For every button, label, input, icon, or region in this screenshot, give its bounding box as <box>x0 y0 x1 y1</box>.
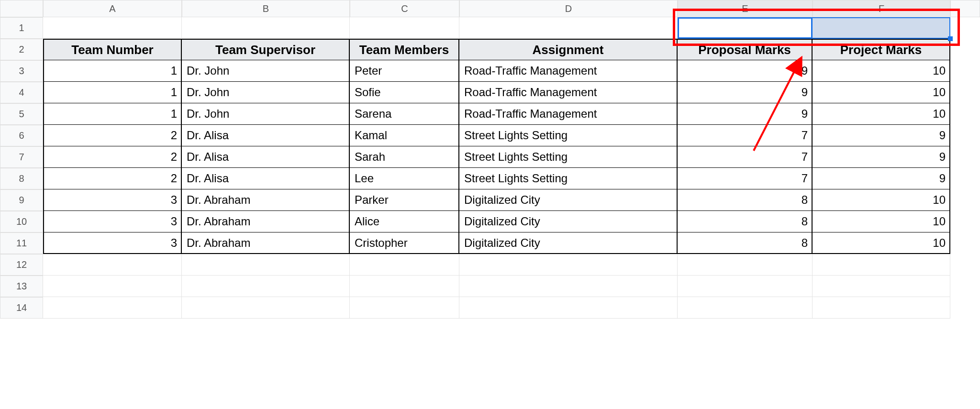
cell-F1[interactable] <box>813 17 950 39</box>
cell-E2[interactable]: Proposal Marks <box>678 39 813 60</box>
cell-A9[interactable]: 3 <box>43 189 182 211</box>
cell-E7[interactable]: 7 <box>678 146 813 168</box>
cell-A11[interactable]: 3 <box>43 232 182 254</box>
column-header-F[interactable]: F <box>813 0 950 17</box>
column-header-B[interactable]: B <box>182 0 350 17</box>
cell-B12[interactable] <box>182 254 350 276</box>
row-header-1[interactable]: 1 <box>0 17 43 39</box>
cell-C10[interactable]: Alice <box>350 211 459 232</box>
cell-B2[interactable]: Team Supervisor <box>182 39 350 60</box>
cell-A14[interactable] <box>43 297 182 319</box>
row-header-3[interactable]: 3 <box>0 60 43 82</box>
row-header-7[interactable]: 7 <box>0 146 43 168</box>
cell-E10[interactable]: 8 <box>678 211 813 232</box>
cell-C5[interactable]: Sarena <box>350 103 459 125</box>
cell-E11[interactable]: 8 <box>678 232 813 254</box>
cell-D9[interactable]: Digitalized City <box>459 189 678 211</box>
cell-C6[interactable]: Kamal <box>350 125 459 146</box>
cell-F7[interactable]: 9 <box>813 146 950 168</box>
cell-D12[interactable] <box>459 254 678 276</box>
cell-F5[interactable]: 10 <box>813 103 950 125</box>
row-header-2[interactable]: 2 <box>0 39 43 60</box>
row-header-5[interactable]: 5 <box>0 103 43 125</box>
cell-B7[interactable]: Dr. Alisa <box>182 146 350 168</box>
row-header-8[interactable]: 8 <box>0 168 43 189</box>
cell-B8[interactable]: Dr. Alisa <box>182 168 350 189</box>
row-header-11[interactable]: 11 <box>0 232 43 254</box>
cell-F6[interactable]: 9 <box>813 125 950 146</box>
cell-A3[interactable]: 1 <box>43 60 182 82</box>
cell-F8[interactable]: 9 <box>813 168 950 189</box>
cell-B9[interactable]: Dr. Abraham <box>182 189 350 211</box>
column-header-D[interactable]: D <box>459 0 678 17</box>
cell-A4[interactable]: 1 <box>43 82 182 103</box>
cell-D11[interactable]: Digitalized City <box>459 232 678 254</box>
cell-E9[interactable]: 8 <box>678 189 813 211</box>
selection-fill-handle[interactable] <box>948 36 953 41</box>
cell-F14[interactable] <box>813 297 950 319</box>
cell-C3[interactable]: Peter <box>350 60 459 82</box>
cell-B5[interactable]: Dr. John <box>182 103 350 125</box>
cell-A12[interactable] <box>43 254 182 276</box>
cell-E1[interactable] <box>678 17 813 39</box>
row-header-4[interactable]: 4 <box>0 82 43 103</box>
cell-F3[interactable]: 10 <box>813 60 950 82</box>
cell-C13[interactable] <box>350 276 459 297</box>
cell-D14[interactable] <box>459 297 678 319</box>
cell-F11[interactable]: 10 <box>813 232 950 254</box>
cell-A10[interactable]: 3 <box>43 211 182 232</box>
cell-D5[interactable]: Road-Traffic Management <box>459 103 678 125</box>
cell-C11[interactable]: Cristopher <box>350 232 459 254</box>
cell-D4[interactable]: Road-Traffic Management <box>459 82 678 103</box>
cell-F2[interactable]: Project Marks <box>813 39 950 60</box>
column-header-A[interactable]: A <box>43 0 182 17</box>
row-header-10[interactable]: 10 <box>0 211 43 232</box>
cell-A1[interactable] <box>43 17 182 39</box>
cell-B10[interactable]: Dr. Abraham <box>182 211 350 232</box>
corner-select-all[interactable] <box>0 0 43 17</box>
cell-C2[interactable]: Team Members <box>350 39 459 60</box>
cell-D1[interactable] <box>459 17 678 39</box>
cell-D13[interactable] <box>459 276 678 297</box>
cell-E13[interactable] <box>678 276 813 297</box>
cell-D3[interactable]: Road-Traffic Management <box>459 60 678 82</box>
cell-C1[interactable] <box>350 17 459 39</box>
cell-F10[interactable]: 10 <box>813 211 950 232</box>
cell-B6[interactable]: Dr. Alisa <box>182 125 350 146</box>
cell-D8[interactable]: Street Lights Setting <box>459 168 678 189</box>
cell-F4[interactable]: 10 <box>813 82 950 103</box>
cell-C9[interactable]: Parker <box>350 189 459 211</box>
cell-B13[interactable] <box>182 276 350 297</box>
cell-B3[interactable]: Dr. John <box>182 60 350 82</box>
row-header-12[interactable]: 12 <box>0 254 43 276</box>
row-header-14[interactable]: 14 <box>0 297 43 319</box>
row-header-9[interactable]: 9 <box>0 189 43 211</box>
cell-C7[interactable]: Sarah <box>350 146 459 168</box>
cell-A2[interactable]: Team Number <box>43 39 182 60</box>
cell-A7[interactable]: 2 <box>43 146 182 168</box>
cell-B11[interactable]: Dr. Abraham <box>182 232 350 254</box>
cell-A8[interactable]: 2 <box>43 168 182 189</box>
cell-C14[interactable] <box>350 297 459 319</box>
cell-D2[interactable]: Assignment <box>459 39 678 60</box>
cell-A13[interactable] <box>43 276 182 297</box>
cell-E3[interactable]: 9 <box>678 60 813 82</box>
cell-B4[interactable]: Dr. John <box>182 82 350 103</box>
cell-D7[interactable]: Street Lights Setting <box>459 146 678 168</box>
cell-F13[interactable] <box>813 276 950 297</box>
cell-E6[interactable]: 7 <box>678 125 813 146</box>
cell-F12[interactable] <box>813 254 950 276</box>
cell-B1[interactable] <box>182 17 350 39</box>
column-header-C[interactable]: C <box>350 0 459 17</box>
column-header-E[interactable]: E <box>678 0 813 17</box>
row-header-13[interactable]: 13 <box>0 276 43 297</box>
cell-C12[interactable] <box>350 254 459 276</box>
cell-A6[interactable]: 2 <box>43 125 182 146</box>
cell-D6[interactable]: Street Lights Setting <box>459 125 678 146</box>
cell-C8[interactable]: Lee <box>350 168 459 189</box>
cell-D10[interactable]: Digitalized City <box>459 211 678 232</box>
cell-B14[interactable] <box>182 297 350 319</box>
cell-E14[interactable] <box>678 297 813 319</box>
cell-E4[interactable]: 9 <box>678 82 813 103</box>
cell-E8[interactable]: 7 <box>678 168 813 189</box>
